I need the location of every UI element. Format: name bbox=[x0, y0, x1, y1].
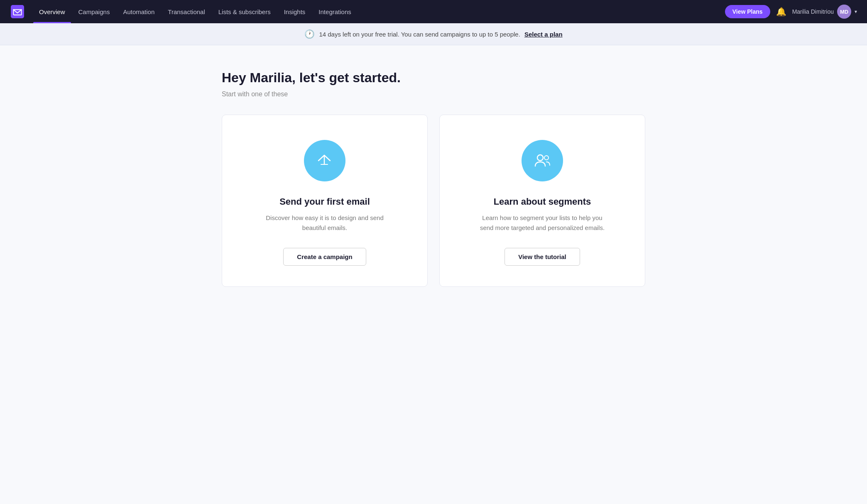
select-plan-link[interactable]: Select a plan bbox=[524, 31, 563, 38]
segments-icon-circle bbox=[522, 140, 563, 181]
nav-automation[interactable]: Automation bbox=[117, 5, 160, 19]
svg-rect-0 bbox=[11, 5, 24, 18]
hero-title: Hey Marilia, let's get started. bbox=[222, 70, 645, 86]
nav-integrations[interactable]: Integrations bbox=[313, 5, 357, 19]
avatar: MD bbox=[837, 5, 851, 19]
send-icon bbox=[314, 150, 335, 171]
main-content: Hey Marilia, let's get started. Start wi… bbox=[205, 45, 662, 303]
clock-icon: 🕐 bbox=[304, 29, 315, 39]
user-menu[interactable]: Marilia Dimitriou MD ▾ bbox=[792, 5, 857, 19]
segments-title: Learn about segments bbox=[494, 196, 591, 207]
navbar: Overview Campaigns Automation Transactio… bbox=[0, 0, 867, 23]
segments-card: Learn about segments Learn how to segmen… bbox=[439, 115, 645, 287]
nav-lists-subscribers[interactable]: Lists & subscribers bbox=[213, 5, 277, 19]
send-email-icon-circle bbox=[304, 140, 345, 181]
svg-point-1 bbox=[537, 155, 543, 161]
trial-message: 14 days left on your free trial. You can… bbox=[319, 31, 520, 38]
logo[interactable] bbox=[10, 4, 25, 19]
chevron-down-icon: ▾ bbox=[855, 9, 857, 15]
hero-subtitle: Start with one of these bbox=[222, 91, 645, 98]
svg-point-2 bbox=[544, 156, 549, 160]
cards-row: Send your first email Discover how easy … bbox=[222, 115, 645, 287]
view-plans-button[interactable]: View Plans bbox=[725, 5, 770, 18]
nav-campaigns[interactable]: Campaigns bbox=[73, 5, 116, 19]
view-tutorial-button[interactable]: View the tutorial bbox=[505, 248, 580, 266]
send-email-desc: Discover how easy it is to design and se… bbox=[258, 213, 391, 233]
notification-bell-icon[interactable]: 🔔 bbox=[776, 7, 786, 17]
nav-transactional[interactable]: Transactional bbox=[162, 5, 211, 19]
segments-desc: Learn how to segment your lists to help … bbox=[476, 213, 609, 233]
people-icon bbox=[532, 150, 553, 171]
trial-banner: 🕐 14 days left on your free trial. You c… bbox=[0, 23, 867, 45]
nav-overview[interactable]: Overview bbox=[33, 5, 71, 19]
nav-links: Overview Campaigns Automation Transactio… bbox=[33, 5, 725, 19]
send-email-card: Send your first email Discover how easy … bbox=[222, 115, 428, 287]
create-campaign-button[interactable]: Create a campaign bbox=[283, 248, 366, 266]
nav-insights[interactable]: Insights bbox=[278, 5, 311, 19]
nav-right: View Plans 🔔 Marilia Dimitriou MD ▾ bbox=[725, 5, 857, 19]
send-email-title: Send your first email bbox=[279, 196, 370, 207]
user-name: Marilia Dimitriou bbox=[792, 8, 834, 15]
